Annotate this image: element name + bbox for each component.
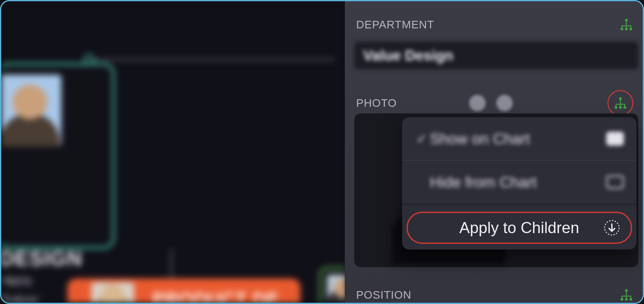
- department-input[interactable]: Value Design: [354, 42, 638, 69]
- menu-separator: [402, 204, 636, 205]
- org-card-child[interactable]: PRODUCT DE…: [67, 278, 300, 303]
- menu-item-show-on-chart[interactable]: ✓ Show on Chart: [402, 117, 636, 160]
- photo-settings-icon[interactable]: [469, 95, 486, 111]
- org-card-title: PRODUCT DE…: [152, 288, 298, 303]
- org-card-name: Baker: [1, 291, 38, 303]
- svg-point-0: [625, 19, 628, 22]
- photo-shown-icon: [606, 132, 624, 146]
- department-value: Value Design: [363, 47, 453, 64]
- menu-item-label: Hide from Chart: [430, 174, 606, 191]
- org-card-child[interactable]: [319, 267, 346, 303]
- position-section-header: POSITION: [356, 289, 633, 301]
- org-card-subtitle: Hero: [1, 272, 32, 289]
- svg-point-11: [625, 298, 628, 301]
- button-label: Apply to Children: [459, 219, 579, 237]
- department-section-header: DEPARTMENT: [356, 18, 633, 31]
- photo-preview-well[interactable]: ✓ Show on Chart Hide from Chart Apply to…: [354, 113, 638, 267]
- svg-point-3: [630, 28, 632, 31]
- avatar-photo: [327, 275, 346, 303]
- apply-down-icon: [604, 220, 620, 236]
- svg-point-1: [621, 28, 624, 31]
- svg-point-10: [621, 298, 624, 301]
- connector-line: [89, 59, 334, 60]
- svg-point-12: [630, 298, 632, 301]
- inspector-panel: DEPARTMENT Value Design PHOTO ✓ Show on …: [345, 1, 643, 303]
- org-chart-canvas[interactable]: DESIGN Hero Baker PRODUCT DE…: [1, 1, 346, 303]
- position-label: POSITION: [356, 289, 411, 301]
- department-label: DEPARTMENT: [356, 18, 434, 31]
- avatar-photo: [91, 282, 134, 303]
- annotation-circle: [607, 90, 633, 116]
- hierarchy-icon[interactable]: [619, 18, 633, 31]
- checkmark-icon: ✓: [416, 131, 430, 146]
- org-card-selected[interactable]: DESIGN Hero Baker: [1, 63, 115, 249]
- svg-point-9: [625, 289, 628, 292]
- menu-item-hide-from-chart[interactable]: Hide from Chart: [402, 161, 636, 204]
- hierarchy-icon[interactable]: [619, 289, 633, 301]
- photo-clear-icon[interactable]: [496, 95, 513, 111]
- photo-hidden-icon: [606, 175, 624, 189]
- menu-item-label: Show on Chart: [430, 130, 606, 147]
- avatar-photo: [1, 75, 61, 146]
- photo-visibility-menu: ✓ Show on Chart Hide from Chart Apply to…: [402, 117, 636, 250]
- photo-label: PHOTO: [356, 97, 397, 109]
- svg-point-2: [625, 28, 628, 31]
- apply-to-children-button[interactable]: Apply to Children: [407, 212, 632, 244]
- org-card-title: DESIGN: [1, 246, 83, 270]
- photo-section-header: PHOTO: [356, 90, 633, 116]
